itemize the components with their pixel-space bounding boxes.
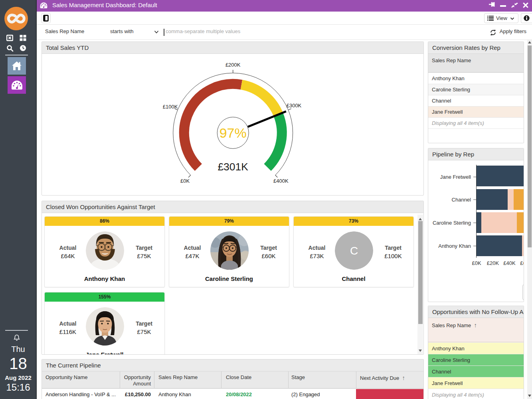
svg-text:£200K: £200K (225, 62, 241, 68)
svg-text:97%: 97% (220, 125, 247, 140)
svg-text:£301K: £301K (218, 161, 248, 173)
svg-text:£400K: £400K (273, 178, 289, 184)
svg-text:£100K: £100K (163, 104, 178, 110)
svg-text:C: C (350, 245, 358, 257)
svg-text:£300K: £300K (287, 103, 302, 109)
svg-text:£0K: £0K (180, 178, 190, 184)
